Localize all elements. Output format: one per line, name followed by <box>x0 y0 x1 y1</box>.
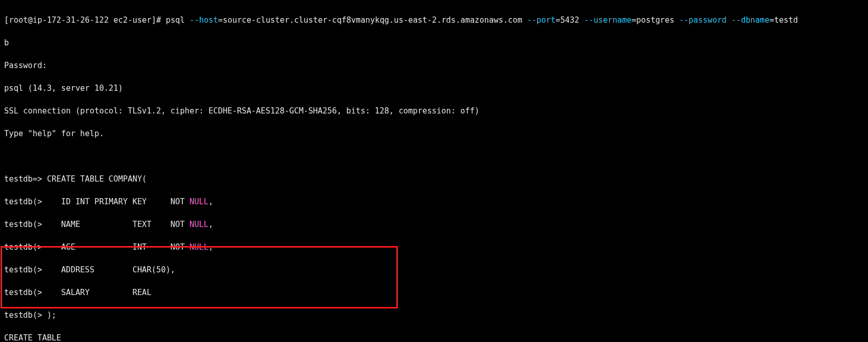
flag-host: --host <box>189 15 218 25</box>
highlight-annotation-box <box>1 246 398 308</box>
null-keyword: NULL <box>189 220 208 229</box>
shell-hash: # <box>156 15 161 25</box>
create-table-line-5: testdb(> SALARY REAL <box>4 287 864 298</box>
host-value: source-cluster.cluster-cqf8vmanykqg.us-e… <box>223 15 522 25</box>
password-prompt: Password: <box>4 60 864 71</box>
flag-dbname: --dbname <box>731 15 769 25</box>
blank-line-1 <box>4 151 864 162</box>
ssl-line: SSL connection (protocol: TLSv1.2, ciphe… <box>4 105 864 117</box>
username-value: postgres <box>636 15 674 25</box>
create-table-line-6: testdb(> ); <box>4 310 864 321</box>
shell-cwd: ec2-user <box>114 15 152 25</box>
create-table-line-3: testdb(> AGE INT NOT NULL, <box>4 241 864 253</box>
psql-primary-prompt: testdb=> <box>4 174 42 184</box>
shell-prompt-open: [ <box>4 15 9 25</box>
psql-version-line: psql (14.3, server 10.21) <box>4 83 864 94</box>
shell-prompt-close: ] <box>152 15 156 25</box>
shell-ip: ip-172-31-26-122 <box>33 15 108 25</box>
flag-port: --port <box>527 15 555 25</box>
help-line: Type "help" for help. <box>4 128 864 139</box>
port-value: 5432 <box>560 15 580 25</box>
terminal-output[interactable]: [root@ip-172-31-26-122 ec2-user]# psql -… <box>0 0 868 342</box>
create-table-line-2: testdb(> NAME TEXT NOT NULL, <box>4 219 864 230</box>
flag-username: --username <box>584 15 632 25</box>
flag-password: --password <box>679 15 727 25</box>
null-keyword: NULL <box>189 242 208 252</box>
create-table-line-1: testdb(> ID INT PRIMARY KEY NOT NULL, <box>4 196 864 207</box>
create-table-line-0: testdb=> CREATE TABLE COMPANY( <box>4 173 864 185</box>
psql-cmd: psql <box>166 15 185 25</box>
shell-line-psql-invocation: [root@ip-172-31-26-122 ec2-user]# psql -… <box>4 14 864 26</box>
null-keyword: NULL <box>189 197 208 206</box>
shell-user: root <box>9 15 28 25</box>
dbname-value: testd <box>774 15 798 25</box>
dbname-wrap: b <box>4 37 864 48</box>
create-table-line-4: testdb(> ADDRESS CHAR(50), <box>4 264 864 275</box>
shell-at: @ <box>28 15 33 25</box>
create-table-result: CREATE TABLE <box>4 332 864 342</box>
